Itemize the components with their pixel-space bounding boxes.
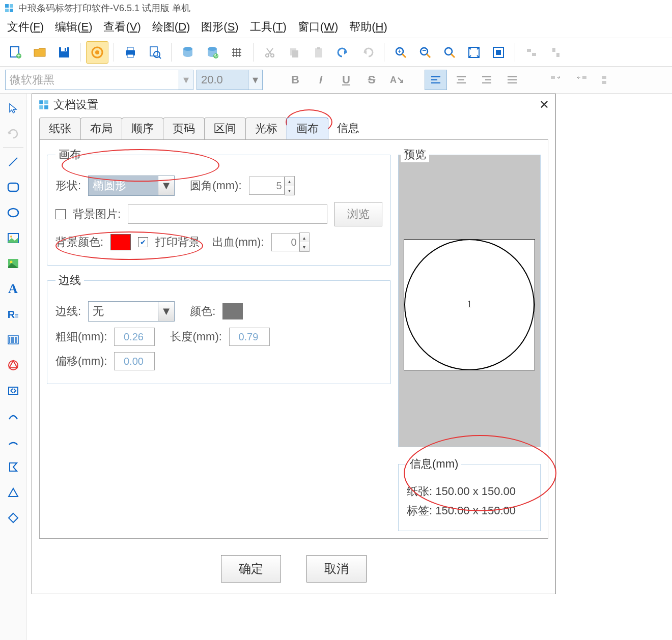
cancel-button[interactable]: 取消: [306, 555, 367, 583]
zoom-fit-button[interactable]: [438, 41, 461, 64]
menu-window[interactable]: 窗口(W): [298, 19, 338, 35]
bleed-input[interactable]: 0: [271, 233, 299, 251]
font-size-select[interactable]: 20.0 ▾: [197, 70, 263, 90]
bleed-spinner[interactable]: ▴▾: [299, 232, 310, 252]
database-refresh-button[interactable]: ↻: [201, 41, 223, 64]
polygon-tool[interactable]: [2, 455, 24, 479]
ellipse-tool[interactable]: [2, 200, 24, 225]
bgimg-checkbox[interactable]: [55, 209, 66, 219]
browse-button[interactable]: 浏览: [334, 202, 382, 226]
preview-fieldset: 预览 1: [398, 147, 541, 447]
cut-button[interactable]: [259, 41, 281, 64]
curve-tool[interactable]: [2, 404, 24, 428]
underline-button[interactable]: U: [335, 70, 357, 90]
info-label-value: 150.00 x 150.00: [435, 504, 516, 517]
spacing-button[interactable]: [596, 70, 618, 90]
ok-button[interactable]: 确定: [221, 555, 281, 583]
indent-right-button[interactable]: [570, 70, 593, 90]
svg-point-42: [445, 48, 452, 55]
app-icon: [4, 3, 14, 13]
bold-button[interactable]: B: [284, 70, 306, 90]
thick-input[interactable]: 0.26: [114, 328, 155, 346]
svg-rect-0: [5, 4, 9, 8]
database-button[interactable]: [177, 41, 199, 64]
diamond-tool[interactable]: [2, 506, 24, 530]
close-button[interactable]: ✕: [539, 98, 549, 112]
open-button[interactable]: [29, 41, 51, 64]
menu-draw[interactable]: 绘图(D): [152, 19, 190, 35]
menu-file[interactable]: 文件(F): [7, 19, 44, 35]
image-tool[interactable]: [2, 251, 24, 276]
triangle-tool[interactable]: [2, 480, 24, 505]
offset-input[interactable]: 0.00: [114, 352, 155, 370]
align-right-button[interactable]: [475, 70, 498, 90]
printbg-checkbox[interactable]: ✔: [138, 237, 148, 247]
corner-input[interactable]: 5: [249, 177, 285, 195]
svg-rect-34: [315, 48, 322, 57]
svg-point-73: [10, 261, 12, 264]
paste-button[interactable]: [307, 41, 330, 64]
info-label-label: 标签:: [407, 504, 432, 517]
border-combo[interactable]: 无 ▼: [88, 301, 175, 322]
text-tool[interactable]: A: [2, 277, 24, 301]
align-justify-button[interactable]: [501, 70, 523, 90]
line-tool[interactable]: [2, 150, 24, 174]
menu-tool[interactable]: 工具(T): [250, 19, 287, 35]
align-button-1[interactable]: [520, 41, 543, 64]
menu-view[interactable]: 查看(V): [103, 19, 141, 35]
rotate-tool[interactable]: [2, 122, 24, 146]
rounded-rect-tool[interactable]: [2, 175, 24, 199]
tab-page[interactable]: 页码: [163, 118, 205, 139]
align-button-2[interactable]: [545, 41, 567, 64]
new-doc-button[interactable]: +: [4, 41, 26, 64]
tab-canvas[interactable]: 画布: [287, 118, 328, 139]
italic-button[interactable]: I: [310, 70, 332, 90]
tab-range[interactable]: 区间: [204, 118, 246, 139]
len-label: 长度(mm):: [170, 329, 221, 344]
grid-button[interactable]: [226, 41, 248, 64]
indent-left-button[interactable]: [545, 70, 567, 90]
shape-combo[interactable]: 椭圆形 ▼: [88, 176, 175, 196]
qrcode-tool[interactable]: [2, 353, 24, 377]
zoom-out-button[interactable]: −: [414, 41, 436, 64]
bgcolor-swatch[interactable]: [110, 234, 131, 250]
pointer-tool[interactable]: [2, 96, 24, 121]
actual-size-button[interactable]: [487, 41, 510, 64]
print-button[interactable]: [119, 41, 142, 64]
len-input[interactable]: 0.79: [229, 328, 270, 346]
tab-order[interactable]: 顺序: [122, 118, 163, 139]
tab-cursor[interactable]: 光标: [245, 118, 287, 139]
strike-button[interactable]: S: [360, 70, 383, 90]
copy-button[interactable]: [283, 41, 305, 64]
canvas-fieldset: 画布 形状: 椭圆形 ▼ 圆角(mm): 5 ▴▾: [47, 147, 391, 266]
electronic-tool[interactable]: [2, 379, 24, 403]
undo-button[interactable]: [332, 41, 354, 64]
fit-window-button[interactable]: [463, 41, 485, 64]
svg-rect-86: [44, 105, 48, 109]
font-family-select[interactable]: 微软雅黑 ▾: [5, 70, 193, 90]
svg-point-71: [10, 236, 12, 238]
menu-edit[interactable]: 编辑(E): [55, 19, 92, 35]
corner-spinner[interactable]: ▴▾: [285, 176, 295, 195]
barcode-tool[interactable]: [2, 328, 24, 352]
clear-format-button[interactable]: A↘: [386, 70, 408, 90]
svg-point-81: [9, 361, 18, 370]
align-center-button[interactable]: [450, 70, 472, 90]
tab-info[interactable]: 信息: [328, 118, 369, 139]
save-button[interactable]: [53, 41, 75, 64]
menu-shape[interactable]: 图形(S): [201, 19, 238, 35]
richtext-tool[interactable]: R≡: [2, 302, 24, 327]
border-color-swatch[interactable]: [222, 303, 243, 319]
settings-button[interactable]: [86, 41, 108, 64]
print-preview-button[interactable]: [144, 41, 166, 64]
dialog-button-row: 确定 取消: [32, 546, 555, 594]
menu-help[interactable]: 帮助(H): [349, 19, 387, 35]
arc-tool[interactable]: [2, 429, 24, 454]
tab-paper[interactable]: 纸张: [39, 118, 81, 139]
align-left-button[interactable]: [425, 70, 447, 90]
redo-button[interactable]: [356, 41, 379, 64]
bgimg-path-input[interactable]: [128, 205, 327, 224]
tab-layout[interactable]: 布局: [80, 118, 122, 139]
image-file-tool[interactable]: [2, 226, 24, 250]
zoom-in-button[interactable]: +: [389, 41, 412, 64]
